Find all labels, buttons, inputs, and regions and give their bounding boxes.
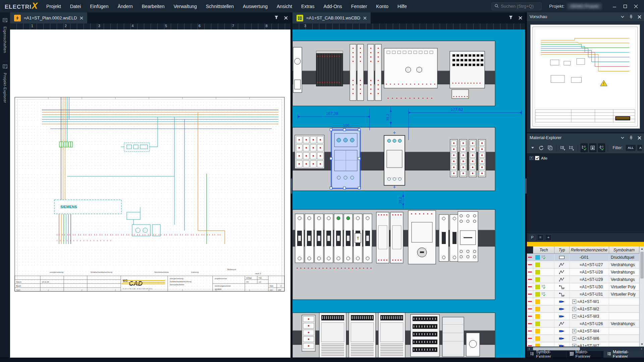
menu-item-0[interactable]: Projekt: [46, 4, 61, 9]
close-icon[interactable]: [638, 15, 641, 19]
menu-item-8[interactable]: Ansicht: [277, 4, 292, 9]
dock-tab-0[interactable]: Symbol-Explorer: [527, 351, 567, 358]
material-row[interactable]: =A1+ST-U27Verdrahtungs: [527, 261, 644, 268]
document-tab-label: =A1+ST_CAB.0001.wsCBD: [306, 15, 360, 20]
material-row[interactable]: +=A1+ST-W4: [527, 327, 644, 335]
lock-toggle[interactable]: [589, 143, 596, 152]
tree-checkbox[interactable]: [535, 156, 539, 160]
add-tree-item-icon[interactable]: [559, 143, 566, 152]
row-expander-icon[interactable]: +: [572, 314, 576, 318]
sync-selection-toggle[interactable]: [598, 143, 605, 152]
close-panel-icon[interactable]: [284, 15, 288, 21]
material-row[interactable]: =A1+ST-U31Virtueller Poly: [527, 291, 644, 298]
row-expander-icon[interactable]: +: [572, 329, 576, 333]
close-window-button[interactable]: [631, 3, 641, 10]
svg-text:39,2: 39,2: [398, 197, 402, 204]
preview-thumbnail[interactable]: [530, 24, 640, 129]
close-tab-icon[interactable]: [80, 15, 83, 21]
material-row[interactable]: -G01Druckluftquel: [527, 254, 644, 261]
filter-funnel-icon[interactable]: [508, 15, 513, 21]
menu-item-12[interactable]: Konto: [376, 4, 388, 9]
maximize-button[interactable]: [621, 3, 630, 10]
cable-icon: [554, 327, 570, 335]
filter-partial-button[interactable]: A: [637, 145, 642, 151]
tech-cell: [533, 313, 554, 320]
column-header-ref[interactable]: Referenzkennzeiche: [570, 246, 609, 253]
quick-button-+[interactable]: +: [545, 234, 552, 241]
svg-text:Ort: Ort: [246, 281, 249, 283]
pin-icon[interactable]: [629, 136, 633, 140]
search-input[interactable]: [501, 4, 539, 9]
tree-expander-icon[interactable]: +: [530, 156, 533, 160]
menu-item-4[interactable]: Bearbeiten: [142, 4, 165, 9]
row-expander-icon[interactable]: +: [572, 337, 576, 341]
menu-item-2[interactable]: Einfügen: [90, 4, 108, 9]
dock-tab-1[interactable]: Makro-Explorer: [567, 351, 604, 358]
row-expander-icon[interactable]: +: [572, 307, 576, 311]
sidebar-tab-eigenschaften[interactable]: Eigenschaften: [3, 15, 8, 58]
material-row[interactable]: +=A1+ST-W1: [527, 298, 644, 305]
material-row[interactable]: +=A1+ST-W3: [527, 313, 644, 320]
column-header-typ[interactable]: Typ: [554, 246, 570, 253]
row-expander-icon[interactable]: +: [572, 344, 576, 347]
schematic-canvas[interactable]: SIEMENS: [10, 29, 290, 358]
menu-item-11[interactable]: Fenster: [351, 4, 367, 9]
wseld-file-icon: [14, 15, 21, 21]
logo-text: ELECTRI: [5, 4, 32, 10]
material-row[interactable]: =A1+ST-U28Verdrahtungs: [527, 268, 644, 276]
close-tab-icon[interactable]: [363, 15, 367, 21]
symbol-cell: Verdrahtungs: [609, 276, 639, 283]
vertical-scrollbar[interactable]: ▲ ▼: [639, 246, 644, 347]
status-minus-icon: [527, 261, 533, 268]
menu-item-7[interactable]: Auswertung: [243, 4, 268, 9]
scroll-left-icon[interactable]: ‹: [527, 347, 532, 351]
copy-list-icon[interactable]: [546, 143, 553, 152]
refresh-icon[interactable]: [538, 143, 545, 152]
menu-item-13[interactable]: Hilfe: [397, 4, 407, 9]
menu-item-9[interactable]: Extras: [301, 4, 315, 9]
cabinet-canvas[interactable]: T167,38177,6239,239,2100: [292, 29, 525, 358]
scroll-down-icon[interactable]: ▼: [640, 342, 644, 347]
material-row[interactable]: +=A1+ST-W7: [527, 342, 644, 347]
row-expander-icon[interactable]: +: [572, 300, 576, 304]
column-header-symbol[interactable]: Symbolnam: [609, 246, 639, 253]
ruler-number: 2: [65, 24, 67, 28]
material-row[interactable]: +=A1+ST-W6: [527, 335, 644, 342]
document-tab-cabinet[interactable]: =A1+ST_CAB.0001.wsCBD: [292, 12, 371, 23]
material-row[interactable]: =A1+ST-U29Verdrahtungs: [527, 276, 644, 283]
column-header-tech[interactable]: Tech: [533, 246, 554, 253]
dock-tab-2[interactable]: Material-Explorer: [604, 351, 644, 358]
chevron-down-icon[interactable]: [621, 15, 625, 19]
menu-item-5[interactable]: Verwaltung: [174, 4, 197, 9]
sidebar-tab-projekt-explorer[interactable]: Projekt-Explorer: [3, 61, 8, 108]
search-box[interactable]: [491, 2, 542, 10]
menu-item-1[interactable]: Datei: [70, 4, 81, 9]
status-minus-icon: [527, 320, 533, 327]
project-label: Projekt:: [549, 4, 565, 9]
minimize-button[interactable]: [610, 3, 619, 10]
quick-button-=[interactable]: =: [537, 234, 544, 241]
tree-root-row[interactable]: + Alle: [530, 156, 641, 160]
close-panel-icon[interactable]: [519, 15, 522, 21]
scroll-up-icon[interactable]: ▲: [640, 246, 644, 251]
close-icon[interactable]: [638, 136, 641, 140]
material-row[interactable]: =A1+ST-U26Verdrahtungs: [527, 320, 644, 327]
menu-item-10[interactable]: Add-Ons: [324, 4, 342, 9]
scroll-thumb[interactable]: [640, 252, 644, 279]
placed-filter-toggle[interactable]: [581, 143, 588, 152]
window-controls: [610, 3, 641, 10]
pin-icon[interactable]: [629, 15, 633, 19]
filter-all-button[interactable]: ALL: [626, 145, 636, 151]
material-row[interactable]: +=A1+ST-W2: [527, 305, 644, 313]
filter-funnel-icon[interactable]: [274, 15, 279, 21]
add-list-item-icon[interactable]: [568, 143, 575, 152]
material-row[interactable]: =A1+ST-U30Virtueller Poly: [527, 283, 644, 291]
chevron-down-icon[interactable]: [621, 136, 625, 140]
document-tab-schematic[interactable]: =A1+ST_Plan.0002.wsELD: [10, 12, 87, 23]
collapse-caret-icon[interactable]: [529, 143, 536, 152]
menu-item-3[interactable]: Ändern: [118, 4, 133, 9]
siemens-label: SIEMENS: [60, 205, 77, 209]
quick-button-P[interactable]: P: [529, 234, 536, 241]
menu-item-6[interactable]: Schnittstellen: [206, 4, 234, 9]
ruler-number: 3: [304, 24, 306, 28]
